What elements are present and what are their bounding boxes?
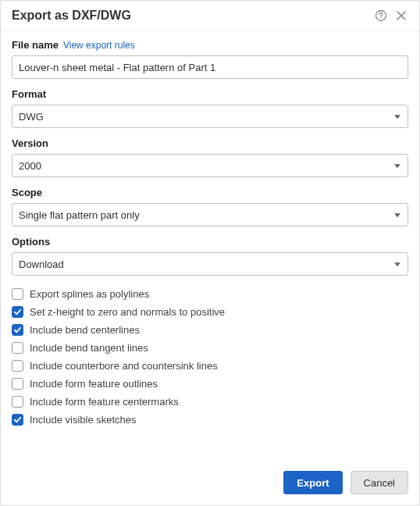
checkbox-label[interactable]: Set z-height to zero and normals to posi…	[30, 306, 225, 318]
format-label: Format	[12, 88, 408, 100]
export-button[interactable]: Export	[283, 471, 342, 494]
cancel-button[interactable]: Cancel	[351, 471, 408, 494]
checkbox[interactable]	[12, 414, 23, 426]
close-icon[interactable]	[394, 9, 408, 23]
view-export-rules-link[interactable]: View export rules	[63, 40, 135, 51]
checkbox[interactable]	[12, 306, 23, 318]
checkbox[interactable]	[12, 378, 23, 390]
options-label: Options	[12, 236, 408, 248]
checkbox[interactable]	[12, 288, 23, 300]
dialog-body: File name View export rules Format DWG V…	[1, 31, 419, 460]
checkbox-row: Export splines as polylines	[12, 285, 408, 303]
checkbox-row: Set z-height to zero and normals to posi…	[12, 303, 408, 321]
format-select[interactable]: DWG	[12, 105, 408, 128]
checkbox-row: Include counterbore and countersink line…	[12, 357, 408, 375]
filename-label: File name	[12, 39, 59, 51]
options-select[interactable]: Download	[12, 252, 408, 276]
checkbox-row: Include visible sketches	[12, 411, 408, 429]
checkbox-row: Include bend tangent lines	[12, 339, 408, 357]
checkbox[interactable]	[12, 324, 23, 336]
dialog-header: Export as DXF/DWG	[1, 1, 419, 31]
version-label: Version	[12, 137, 408, 149]
help-icon[interactable]	[374, 9, 388, 23]
version-select[interactable]: 2000	[12, 154, 408, 177]
filename-label-row: File name View export rules	[12, 39, 408, 51]
checkbox[interactable]	[12, 342, 23, 354]
filename-input[interactable]	[12, 55, 408, 79]
checkbox-label[interactable]: Export splines as polylines	[30, 288, 149, 300]
format-select-wrap: DWG	[12, 105, 408, 128]
checkbox-label[interactable]: Include bend centerlines	[30, 324, 140, 336]
export-dialog: Export as DXF/DWG File name View export …	[0, 0, 420, 506]
version-field: Version 2000	[12, 137, 408, 177]
format-field: Format DWG	[12, 88, 408, 128]
checkbox-row: Include bend centerlines	[12, 321, 408, 339]
version-select-wrap: 2000	[12, 154, 408, 177]
checkbox-label[interactable]: Include visible sketches	[30, 414, 137, 426]
scope-label: Scope	[12, 187, 408, 198]
svg-point-1	[380, 18, 382, 20]
checkbox-label[interactable]: Include counterbore and countersink line…	[30, 360, 218, 372]
checkbox[interactable]	[12, 396, 23, 408]
filename-field: File name View export rules	[12, 39, 408, 79]
scope-select-wrap: Single flat pattern part only	[12, 203, 408, 226]
checkbox[interactable]	[12, 360, 23, 372]
checkbox-label[interactable]: Include form feature centermarks	[30, 396, 179, 408]
options-select-wrap: Download	[12, 252, 408, 276]
dialog-title: Export as DXF/DWG	[12, 9, 368, 23]
checkbox-label[interactable]: Include bend tangent lines	[30, 342, 148, 354]
scope-field: Scope Single flat pattern part only	[12, 187, 408, 226]
checkbox-label[interactable]: Include form feature outlines	[30, 378, 158, 390]
scope-select[interactable]: Single flat pattern part only	[12, 203, 408, 226]
checkbox-row: Include form feature outlines	[12, 375, 408, 393]
dialog-footer: Export Cancel	[1, 460, 419, 505]
checkbox-row: Include form feature centermarks	[12, 393, 408, 411]
checkbox-group: Export splines as polylinesSet z-height …	[12, 285, 408, 429]
options-field: Options Download	[12, 236, 408, 276]
